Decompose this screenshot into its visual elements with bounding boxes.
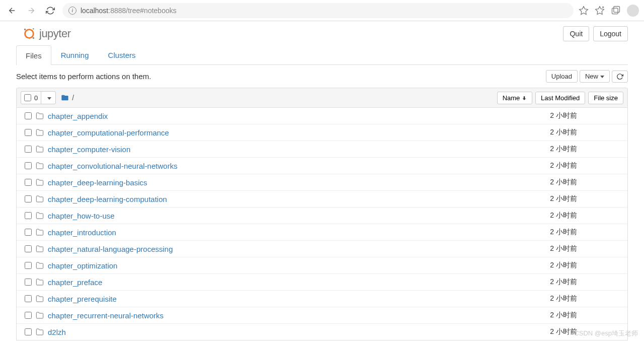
file-name-link[interactable]: chapter_computational-performance (48, 128, 503, 137)
file-name-link[interactable]: chapter_preface (48, 278, 503, 287)
file-modified: 2 小时前 (503, 311, 583, 320)
file-name-link[interactable]: chapter_computer-vision (48, 145, 503, 154)
file-checkbox[interactable] (25, 195, 32, 202)
new-button[interactable]: New (580, 70, 610, 83)
toolbar-hint: Select items to perform actions on them. (16, 72, 151, 81)
collections-icon[interactable] (611, 6, 621, 16)
select-all-group: 0 (21, 91, 56, 104)
selected-count: 0 (34, 94, 38, 102)
file-checkbox[interactable] (25, 129, 32, 136)
caret-down-icon (47, 97, 51, 100)
folder-icon (36, 212, 46, 220)
back-button[interactable] (5, 4, 19, 18)
file-checkbox[interactable] (25, 295, 32, 302)
folder-icon (36, 228, 46, 236)
url-host: localhost (80, 7, 108, 15)
file-name-link[interactable]: chapter_appendix (48, 112, 503, 120)
sort-name-button[interactable]: Name (497, 92, 532, 104)
file-name-link[interactable]: chapter_prerequisite (48, 295, 503, 303)
info-icon: i (68, 7, 76, 15)
file-checkbox[interactable] (25, 162, 32, 169)
file-modified: 2 小时前 (503, 228, 583, 237)
file-checkbox[interactable] (25, 146, 32, 153)
jupyter-logo-icon (22, 27, 36, 41)
tab-running[interactable]: Running (51, 45, 99, 64)
folder-icon (36, 112, 46, 120)
url-port: :8888 (108, 7, 126, 15)
file-name-link[interactable]: chapter_optimization (48, 261, 503, 270)
arrow-down-icon (522, 96, 527, 101)
file-row: chapter_prerequisite2 小时前 (17, 291, 627, 307)
logout-button[interactable]: Logout (593, 26, 628, 41)
tab-clusters[interactable]: Clusters (99, 45, 145, 64)
file-modified: 2 小时前 (503, 194, 583, 203)
file-checkbox[interactable] (25, 112, 32, 119)
file-checkbox[interactable] (25, 229, 32, 236)
forward-button[interactable] (24, 4, 38, 18)
jupyter-logo[interactable]: jupyter (22, 27, 71, 41)
file-checkbox[interactable] (25, 328, 32, 335)
file-row: chapter_recurrent-neural-networks2 小时前 (17, 307, 627, 324)
folder-icon (36, 311, 46, 319)
sort-name-label: Name (503, 94, 520, 102)
file-name-link[interactable]: chapter_natural-language-processing (48, 245, 503, 253)
file-checkbox[interactable] (25, 245, 32, 252)
file-name-link[interactable]: d2lzh (48, 328, 503, 336)
url-path: /tree#notebooks (126, 7, 176, 15)
file-row: d2lzh2 小时前 (17, 324, 627, 340)
select-all-checkbox[interactable] (24, 94, 31, 101)
tab-files[interactable]: Files (16, 45, 51, 65)
file-modified: 2 小时前 (503, 128, 583, 137)
file-row: chapter_how-to-use2 小时前 (17, 208, 627, 224)
new-button-label: New (585, 73, 598, 80)
file-row: chapter_convolutional-neural-networks2 小… (17, 158, 627, 174)
profile-avatar[interactable] (627, 5, 639, 17)
svg-point-7 (33, 37, 35, 39)
folder-icon (36, 278, 46, 286)
file-name-link[interactable]: chapter_convolutional-neural-networks (48, 162, 503, 170)
file-row: chapter_natural-language-processing2 小时前 (17, 241, 627, 257)
file-modified: 2 小时前 (503, 244, 583, 253)
file-modified: 2 小时前 (503, 327, 583, 336)
file-modified: 2 小时前 (503, 178, 583, 187)
file-checkbox[interactable] (25, 179, 32, 186)
browser-toolbar: i localhost:8888/tree#notebooks (0, 0, 644, 21)
file-name-link[interactable]: chapter_deep-learning-basics (48, 178, 503, 187)
folder-icon (36, 295, 46, 303)
folder-root-icon[interactable] (61, 94, 69, 102)
folder-icon (36, 245, 46, 253)
sort-size-button[interactable]: File size (588, 92, 623, 104)
folder-icon (36, 328, 46, 336)
file-row: chapter_appendix2 小时前 (17, 108, 627, 124)
file-row: chapter_preface2 小时前 (17, 274, 627, 291)
quit-button[interactable]: Quit (563, 26, 589, 41)
breadcrumb: / (61, 94, 74, 102)
file-name-link[interactable]: chapter_introduction (48, 228, 503, 237)
upload-button[interactable]: Upload (546, 70, 578, 83)
folder-icon (36, 261, 46, 269)
address-bar[interactable]: i localhost:8888/tree#notebooks (62, 3, 574, 18)
url-text: localhost:8888/tree#notebooks (80, 7, 177, 15)
svg-point-6 (24, 29, 26, 31)
select-dropdown[interactable] (41, 92, 55, 104)
file-name-link[interactable]: chapter_how-to-use (48, 212, 503, 220)
file-checkbox[interactable] (25, 279, 32, 286)
file-checkbox[interactable] (25, 312, 32, 319)
favorites-icon[interactable] (595, 6, 605, 16)
jupyter-logo-text: jupyter (39, 27, 71, 40)
file-row: chapter_computer-vision2 小时前 (17, 141, 627, 158)
reload-button[interactable] (43, 4, 57, 18)
file-name-link[interactable]: chapter_deep-learning-computation (48, 195, 503, 203)
folder-icon (36, 145, 46, 153)
file-name-link[interactable]: chapter_recurrent-neural-networks (48, 311, 503, 320)
jupyter-header: jupyter Quit Logout (16, 21, 628, 45)
sort-modified-button[interactable]: Last Modified (535, 92, 585, 104)
file-checkbox[interactable] (25, 262, 32, 269)
file-checkbox[interactable] (25, 212, 32, 219)
svg-point-8 (33, 28, 34, 30)
folder-icon (36, 178, 46, 186)
main-tabs: Files Running Clusters (16, 45, 628, 65)
star-icon[interactable] (579, 6, 589, 16)
refresh-button[interactable] (612, 71, 628, 83)
folder-icon (36, 162, 46, 170)
